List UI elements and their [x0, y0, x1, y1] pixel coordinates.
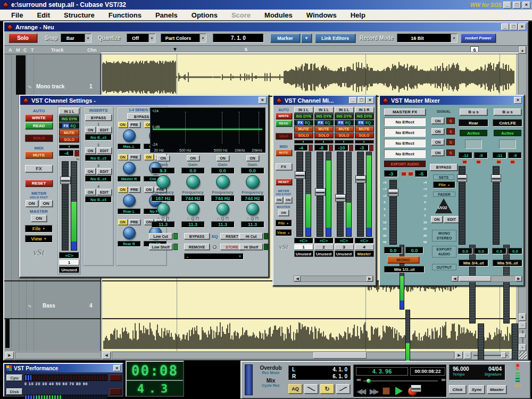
solo-button[interactable]: Solo: [9, 34, 37, 43]
menu-item[interactable]: Structure: [57, 11, 102, 19]
skip-end-icon[interactable]: ▶▶: [442, 378, 445, 382]
mute-badge[interactable]: MUTE: [335, 126, 354, 132]
file-dropdown[interactable]: File▼: [276, 220, 292, 227]
scrub-knob[interactable]: [367, 379, 371, 383]
insert-on-button[interactable]: ON: [85, 147, 96, 154]
track-name[interactable]: Bass: [43, 303, 55, 309]
bus-name-button[interactable]: CntrLFE: [493, 119, 522, 127]
master-fx-slot[interactable]: No Effect: [384, 118, 426, 126]
channel-input-button[interactable]: IN 1 L: [335, 107, 354, 113]
rewind-icon[interactable]: ◀◀: [357, 387, 364, 395]
channel-input-button[interactable]: IN 1 L: [294, 107, 313, 113]
aq-button[interactable]: AQ: [288, 384, 302, 394]
solo-button[interactable]: SOLO: [276, 133, 292, 139]
solo-badge[interactable]: SOLO: [335, 132, 354, 138]
rocket-power-badge[interactable]: rocket Power: [461, 34, 496, 43]
channel-number[interactable]: 4: [355, 244, 374, 250]
mix-value[interactable]: Mix: [267, 378, 276, 384]
performance-titlebar[interactable]: VST Performance ×: [4, 364, 122, 372]
tracklist-scrollbar[interactable]: [15, 352, 101, 359]
bus-left-gain-display[interactable]: -11: [493, 152, 506, 159]
menu-item[interactable]: Functions: [102, 11, 148, 19]
master-right-gain-display[interactable]: -5: [415, 170, 428, 177]
tempo-value[interactable]: 96.000: [453, 366, 469, 372]
channel-name[interactable]: Unused: [294, 251, 313, 257]
sync-button[interactable]: Sync: [469, 385, 485, 394]
write-button[interactable]: WRITE: [276, 113, 292, 119]
channel-gain-display[interactable]: -10: [335, 145, 348, 151]
fx-on-button[interactable]: ON: [431, 118, 444, 124]
channel-number[interactable]: 3: [335, 244, 354, 250]
scroll-down-icon[interactable]: ▼: [519, 313, 526, 321]
channel-fader[interactable]: [337, 152, 344, 237]
solo-badge[interactable]: SOLO: [314, 132, 334, 138]
master-fx-slot[interactable]: No Effect: [384, 139, 426, 147]
eq-band-on-button[interactable]: ON: [157, 155, 170, 161]
scroll-thumb[interactable]: [313, 352, 367, 359]
close-icon[interactable]: ×: [113, 365, 121, 371]
channel-fader[interactable]: [317, 152, 323, 237]
fx-s-button[interactable]: S: [446, 139, 455, 145]
meter-on-button[interactable]: ON: [275, 197, 283, 203]
arrange-titlebar[interactable]: Arrange - Neu _ □ ×: [4, 22, 528, 31]
menu-item[interactable]: Windows: [300, 11, 344, 19]
mono-button[interactable]: MONO: [387, 256, 419, 263]
write-button[interactable]: WRITE: [25, 114, 53, 121]
fx-button[interactable]: FX: [276, 163, 292, 170]
master-on-button[interactable]: ON: [278, 210, 289, 216]
insert-on-button[interactable]: ON: [85, 168, 96, 174]
eq-gain-knob[interactable]: [186, 175, 200, 189]
eq-freq-knob[interactable]: [187, 203, 200, 215]
mono-stereo-button[interactable]: MONO STEREO: [432, 230, 456, 242]
master-left-gain-display[interactable]: -3: [384, 170, 398, 177]
send-on-button[interactable]: ON: [118, 187, 128, 193]
read-button[interactable]: READ: [276, 120, 292, 127]
ins-dyn-badge[interactable]: INSDYN: [314, 113, 334, 119]
fx-eq-badge[interactable]: FXEQ: [335, 120, 354, 126]
punch-out-button[interactable]: [336, 384, 350, 394]
channel-gain-display[interactable]: -4: [59, 150, 74, 156]
send-destination-display[interactable]: Rear R: [118, 241, 141, 247]
channel-gain-display[interactable]: -4: [294, 145, 308, 151]
record-mode-dropdown[interactable]: 16 Bit▼: [397, 34, 458, 43]
eq-q-display[interactable]: 11.3: [181, 221, 205, 228]
send-pre-button[interactable]: PRE: [129, 122, 140, 128]
menu-item[interactable]: Options: [185, 11, 225, 19]
channel-settings-titlebar[interactable]: VST Channel Settings - ×: [20, 96, 268, 105]
channel-fader[interactable]: [296, 152, 303, 237]
forward-icon[interactable]: ▶▶: [370, 387, 377, 395]
right-locator-value[interactable]: 6. 1. 0: [332, 373, 347, 379]
eq-freq-display[interactable]: 744 Hz: [241, 195, 264, 202]
fx-button[interactable]: FX: [25, 165, 53, 172]
eq-gain-display[interactable]: 0.0: [241, 168, 264, 174]
channel-fader[interactable]: [62, 161, 69, 251]
meter-on-button[interactable]: ON: [26, 200, 38, 207]
eq-gain-knob[interactable]: [156, 175, 170, 189]
bus-fader[interactable]: [459, 166, 466, 245]
bus-pan-box[interactable]: [465, 139, 482, 149]
link-editors-button[interactable]: Link Editors: [315, 34, 355, 43]
close-icon[interactable]: ×: [259, 97, 267, 104]
master-fader-left[interactable]: [389, 180, 397, 245]
scrub-bar[interactable]: ◀◀ ▶▶: [356, 379, 445, 383]
ins-dyn-badge[interactable]: INSDYN: [59, 115, 79, 122]
send-pre-button[interactable]: PRE: [129, 219, 140, 225]
bus-right-gain-display[interactable]: -9: [474, 152, 488, 159]
solo-badge[interactable]: SOLO: [355, 132, 374, 138]
song-position-display[interactable]: 4. 3. 96: [356, 367, 408, 376]
minimize-icon[interactable]: _: [503, 2, 511, 9]
bus-output-display[interactable]: Mia 5/6..ut: [493, 260, 522, 267]
scroll-thumb[interactable]: [459, 276, 491, 281]
close-icon[interactable]: ×: [522, 2, 530, 9]
pan-display[interactable]: <C>: [314, 238, 334, 244]
ins-dyn-badge[interactable]: INSDYN: [335, 113, 354, 119]
zoom-slider[interactable]: [519, 334, 526, 338]
cycle-button[interactable]: ↻: [320, 384, 334, 394]
fx-eq-badge[interactable]: FXEQ: [314, 120, 334, 126]
fx-eq-badge[interactable]: FXEQ: [294, 120, 313, 126]
fx-s-button[interactable]: S: [446, 149, 455, 156]
channel-gain-display[interactable]: -8: [314, 145, 328, 151]
snap-dropdown[interactable]: Bar▼: [61, 34, 92, 43]
mute-badge[interactable]: MUTE: [59, 129, 79, 136]
eq-gain-display[interactable]: 0.0: [181, 168, 205, 174]
